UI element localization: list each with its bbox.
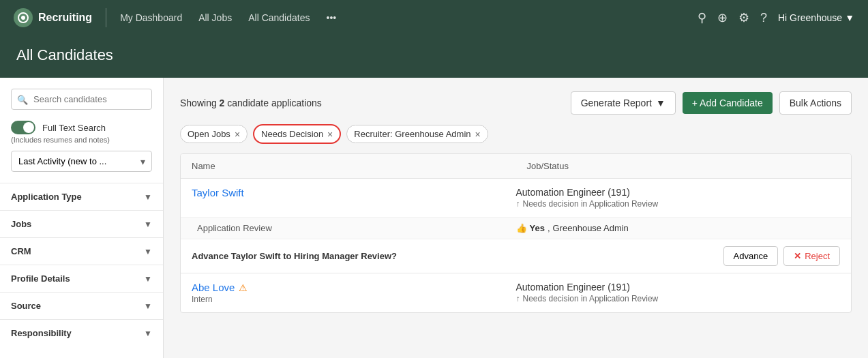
sidebar-section-header-source[interactable]: Source ▼ — [0, 293, 163, 319]
chevron-icon-profile-details: ▼ — [144, 274, 152, 284]
candidate-name-taylor-swift[interactable]: Taylor Swift — [192, 187, 516, 198]
page-header: All Candidates — [0, 35, 868, 78]
candidate-main-row-taylor-swift: Taylor Swift Automation Engineer (191) ↑… — [181, 179, 851, 217]
chevron-down-icon: ▼ — [656, 98, 665, 108]
add-icon[interactable]: ⊕ — [717, 10, 728, 25]
sidebar: 🔍 Full Text Search (Includes resumes and… — [0, 78, 164, 358]
full-text-label: Full Text Search — [42, 123, 106, 133]
chevron-icon-jobs: ▼ — [144, 220, 152, 229]
sidebar-section-header-application-type[interactable]: Application Type ▼ — [0, 183, 163, 210]
filter-tag-recruiter: Recruiter: Greenhouse Admin × — [346, 125, 488, 143]
search-input[interactable] — [11, 89, 152, 110]
col-name: Name — [181, 154, 516, 178]
showing-count: 2 — [220, 98, 225, 108]
user-menu[interactable]: Hi Greenhouse ▼ — [778, 12, 854, 23]
filter-remove-needs-decision[interactable]: × — [327, 130, 333, 139]
candidates-table: Name Job/Status Taylor Swift Automation … — [180, 153, 852, 313]
sidebar-section-jobs: Jobs ▼ — [0, 210, 163, 237]
candidate-main-row-abe-love: Abe Love⚠ Intern Automation Engineer (19… — [181, 273, 851, 312]
advance-question-taylor-swift: Advance Taylor Swift to Hiring Manager R… — [192, 251, 723, 261]
search-box: 🔍 — [11, 89, 152, 110]
candidate-name-abe-love[interactable]: Abe Love⚠ — [192, 282, 516, 293]
sidebar-section-responsibility: Responsibility ▼ — [0, 319, 163, 346]
sidebar-section-label-responsibility: Responsibility — [11, 328, 72, 338]
full-text-toggle[interactable] — [11, 121, 35, 134]
showing-prefix: Showing — [180, 98, 217, 108]
sidebar-section-label-crm: CRM — [11, 246, 31, 256]
chevron-icon-source: ▼ — [144, 301, 152, 311]
candidate-group-taylor-swift: Taylor Swift Automation Engineer (191) ↑… — [181, 179, 851, 273]
filter-label-recruiter: Recruiter: Greenhouse Admin — [354, 129, 470, 139]
reject-button-taylor-swift[interactable]: ✕ Reject — [783, 246, 840, 266]
brand-logo[interactable]: Recruiting — [14, 8, 106, 27]
thumbs-up-icon: 👍 — [516, 223, 527, 233]
sidebar-section-header-crm[interactable]: CRM ▼ — [0, 238, 163, 265]
vote-by-taylor-swift: Greenhouse Admin — [553, 223, 629, 233]
action-buttons: Generate Report ▼ + Add Candidate Bulk A… — [571, 91, 852, 115]
alert-icon-abe-love: ⚠ — [239, 282, 248, 293]
generate-report-label: Generate Report — [581, 98, 652, 108]
nav-right: ⚲ ⊕ ⚙ ? Hi Greenhouse ▼ — [698, 10, 854, 25]
nav-more[interactable]: ••• — [326, 12, 336, 23]
chevron-icon-responsibility: ▼ — [144, 329, 152, 338]
content-top-bar: Showing 2 candidate applications Generat… — [180, 91, 852, 115]
filter-label-open-jobs: Open Jobs — [188, 129, 230, 139]
brand-icon — [14, 8, 33, 27]
generate-report-button[interactable]: Generate Report ▼ — [571, 91, 676, 115]
filter-remove-recruiter[interactable]: × — [475, 130, 481, 139]
filter-tag-open-jobs: Open Jobs × — [180, 125, 248, 143]
filter-label-needs-decision: Needs Decision — [261, 129, 323, 139]
sidebar-section-label-jobs: Jobs — [11, 219, 31, 229]
sidebar-sections: Application Type ▼ Jobs ▼ CRM ▼ Profile … — [0, 183, 163, 346]
advance-button-taylor-swift[interactable]: Advance — [723, 246, 779, 266]
chevron-icon-application-type: ▼ — [144, 192, 152, 202]
showing-text: Showing 2 candidate applications — [180, 98, 322, 108]
chevron-down-icon: ▼ — [845, 12, 854, 23]
bulk-actions-label: Bulk Actions — [790, 98, 841, 108]
search-icon[interactable]: ⚲ — [698, 10, 706, 25]
stage-name-taylor-swift: Application Review — [192, 223, 516, 233]
nav-my-dashboard[interactable]: My Dashboard — [120, 12, 182, 23]
sidebar-section-label-application-type: Application Type — [11, 192, 82, 202]
svg-point-1 — [21, 16, 25, 20]
job-title-abe-love: Automation Engineer (191) — [516, 282, 841, 293]
add-candidate-label: + Add Candidate — [692, 98, 763, 108]
candidate-sub-abe-love: Intern — [192, 295, 516, 304]
job-status-taylor-swift: ↑ Needs decision in Application Review — [516, 199, 841, 209]
sidebar-section-application-type: Application Type ▼ — [0, 183, 163, 210]
sidebar-section-profile-details: Profile Details ▼ — [0, 265, 163, 292]
brand-label: Recruiting — [38, 12, 92, 24]
sidebar-section-header-jobs[interactable]: Jobs ▼ — [0, 211, 163, 237]
filter-tag-needs-decision: Needs Decision × — [253, 124, 341, 144]
sort-select[interactable]: Last Activity (new to ... Last Activity … — [11, 151, 152, 172]
candidates-list: Taylor Swift Automation Engineer (191) ↑… — [181, 179, 851, 312]
top-nav: Recruiting My Dashboard All Jobs All Can… — [0, 0, 868, 35]
action-btns-taylor-swift: Advance ✕ Reject — [723, 246, 840, 266]
user-label-text: Hi Greenhouse — [778, 12, 842, 23]
reject-x-icon: ✕ — [794, 251, 801, 261]
page-title: All Candidates — [16, 46, 852, 64]
sidebar-section-header-responsibility[interactable]: Responsibility ▼ — [0, 320, 163, 346]
action-row-taylor-swift: Advance Taylor Swift to Hiring Manager R… — [181, 239, 851, 273]
table-header: Name Job/Status — [181, 154, 851, 179]
sidebar-section-label-profile-details: Profile Details — [11, 273, 70, 284]
sidebar-section-header-profile-details[interactable]: Profile Details ▼ — [0, 265, 163, 292]
arrow-up-icon: ↑ — [516, 294, 520, 303]
chevron-icon-crm: ▼ — [144, 247, 152, 256]
nav-all-jobs[interactable]: All Jobs — [198, 12, 232, 23]
sort-dropdown[interactable]: Last Activity (new to ... Last Activity … — [11, 151, 152, 172]
help-icon[interactable]: ? — [760, 11, 767, 25]
settings-icon[interactable]: ⚙ — [738, 10, 749, 25]
candidate-group-abe-love: Abe Love⚠ Intern Automation Engineer (19… — [181, 273, 851, 312]
filter-remove-open-jobs[interactable]: × — [235, 130, 240, 139]
full-text-toggle-row: Full Text Search — [0, 118, 163, 136]
main-content: 🔍 Full Text Search (Includes resumes and… — [0, 78, 868, 358]
nav-all-candidates[interactable]: All Candidates — [248, 12, 310, 23]
bulk-actions-button[interactable]: Bulk Actions — [779, 91, 852, 115]
search-inner-icon: 🔍 — [17, 94, 28, 104]
showing-suffix: candidate applications — [227, 98, 322, 108]
nav-links: My Dashboard All Jobs All Candidates ••• — [120, 12, 698, 23]
sidebar-section-label-source: Source — [11, 301, 41, 311]
add-candidate-button[interactable]: + Add Candidate — [683, 92, 773, 114]
job-title-taylor-swift: Automation Engineer (191) — [516, 187, 841, 198]
